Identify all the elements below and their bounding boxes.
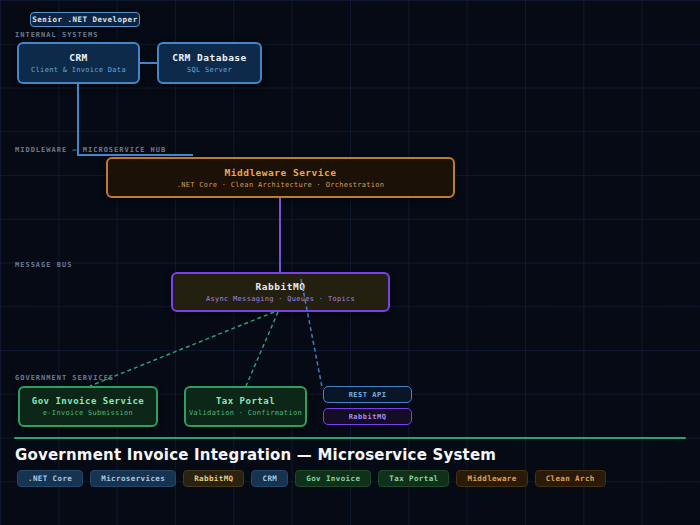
node-crm-database-subtitle: SQL Server — [187, 66, 232, 74]
node-middleware-service[interactable]: Middleware Service .NET Core · Clean Arc… — [106, 157, 455, 198]
node-gov-invoice-service[interactable]: Gov Invoice Service e-Invoice Submission — [18, 386, 158, 427]
footer-tag: Microservices — [90, 470, 176, 487]
node-gov-invoice-title: Gov Invoice Service — [32, 396, 144, 406]
footer-tag: Gov Invoice — [295, 470, 371, 487]
node-rabbitmq-subtitle: Async Messaging · Queues · Topics — [206, 295, 355, 303]
node-tax-portal-subtitle: Validation · Confirmation — [189, 409, 302, 417]
chip-rabbitmq[interactable]: RabbitMQ — [323, 408, 412, 425]
role-badge[interactable]: Senior .NET Developer — [30, 12, 140, 27]
node-crm-database[interactable]: CRM Database SQL Server — [157, 42, 262, 84]
footer-tag: Tax Portal — [378, 470, 449, 487]
footer-tag: Clean Arch — [535, 470, 606, 487]
node-crm-title: CRM — [69, 52, 88, 63]
chip-rest-api[interactable]: REST API — [323, 386, 412, 403]
connector-crm-to-middleware — [78, 84, 193, 155]
footer-tag: CRM — [251, 470, 288, 487]
node-crm-database-title: CRM Database — [172, 52, 247, 63]
node-crm-subtitle: Client & Invoice Data — [31, 66, 126, 74]
node-middleware-title: Middleware Service — [225, 167, 337, 178]
node-tax-portal-title: Tax Portal — [216, 396, 275, 406]
node-middleware-subtitle: .NET Core · Clean Architecture · Orchest… — [177, 181, 385, 189]
footer-tag: .NET Core — [17, 470, 83, 487]
section-label-government-services: GOVERNMENT SERVICES — [15, 374, 114, 382]
connector-rabbitmq-to-gov-invoice — [90, 312, 274, 386]
section-label-message-bus: MESSAGE BUS — [15, 261, 72, 269]
node-rabbitmq-title: RabbitMQ — [256, 281, 306, 292]
node-tax-portal[interactable]: Tax Portal Validation · Confirmation — [184, 386, 307, 427]
page-title: Government Invoice Integration — Microse… — [15, 446, 496, 464]
node-gov-invoice-subtitle: e-Invoice Submission — [43, 409, 133, 417]
footer-tag: RabbitMQ — [183, 470, 244, 487]
footer-tag-row: .NET CoreMicroservicesRabbitMQCRMGov Inv… — [17, 470, 606, 487]
footer-tag: Middleware — [456, 470, 527, 487]
chip-rabbitmq-label: RabbitMQ — [349, 413, 387, 421]
section-label-internal-systems: INTERNAL SYSTEMS — [15, 31, 98, 39]
connector-rabbitmq-to-tax-portal — [246, 312, 278, 386]
chip-rest-api-label: REST API — [349, 391, 387, 399]
footer-divider — [14, 437, 686, 439]
architecture-diagram-canvas: Senior .NET Developer INTERNAL SYSTEMS M… — [0, 0, 700, 525]
node-rabbitmq[interactable]: RabbitMQ Async Messaging · Queues · Topi… — [171, 272, 390, 312]
node-crm[interactable]: CRM Client & Invoice Data — [17, 42, 140, 84]
role-badge-label: Senior .NET Developer — [32, 15, 137, 24]
section-label-middleware-hub: MIDDLEWARE — MICROSERVICE HUB — [15, 146, 166, 154]
